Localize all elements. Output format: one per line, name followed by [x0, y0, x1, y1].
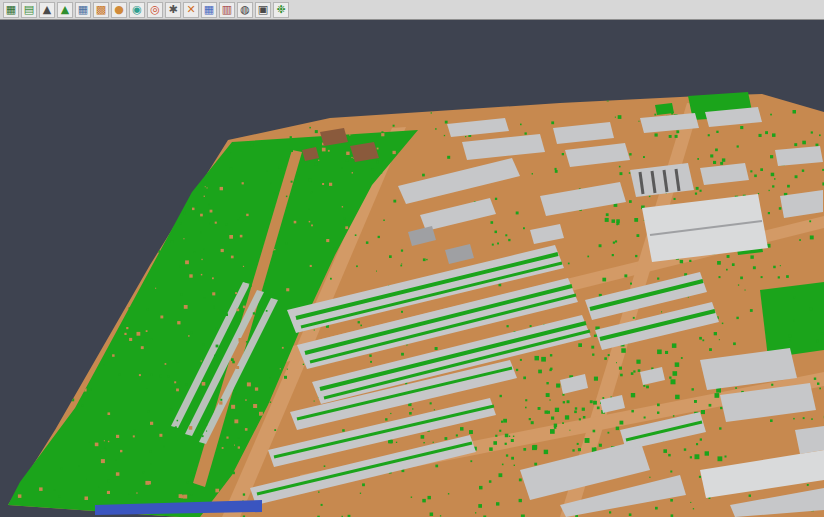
layers-icon[interactable]: ▤	[21, 2, 37, 18]
tag-icon[interactable]: ▥	[219, 2, 235, 18]
target-icon[interactable]: ◉	[129, 2, 145, 18]
point-cloud-scene	[0, 20, 824, 517]
building	[795, 426, 824, 454]
table-icon[interactable]: ▦	[75, 2, 91, 18]
globe-icon[interactable]: ◍	[237, 2, 253, 18]
viewport-3d[interactable]	[0, 20, 824, 517]
box-icon[interactable]: ▣	[255, 2, 271, 18]
main-toolbar: ▦▤▲▲▦▩●◉◎✱✕▦▥◍▣❉	[0, 0, 824, 20]
grid-icon[interactable]: ▦	[201, 2, 217, 18]
texture-icon[interactable]: ▩	[93, 2, 109, 18]
application-window: ▦▤▲▲▦▩●◉◎✱✕▦▥◍▣❉	[0, 0, 824, 517]
sphere-icon[interactable]: ●	[111, 2, 127, 18]
mountain-icon[interactable]: ▲	[39, 2, 55, 18]
plant-icon[interactable]: ❉	[273, 2, 289, 18]
classification-icon[interactable]: ▦	[3, 2, 19, 18]
terrain-icon[interactable]: ▲	[57, 2, 73, 18]
gear-icon[interactable]: ✱	[165, 2, 181, 18]
rings-icon[interactable]: ◎	[147, 2, 163, 18]
cut-icon[interactable]: ✕	[183, 2, 199, 18]
